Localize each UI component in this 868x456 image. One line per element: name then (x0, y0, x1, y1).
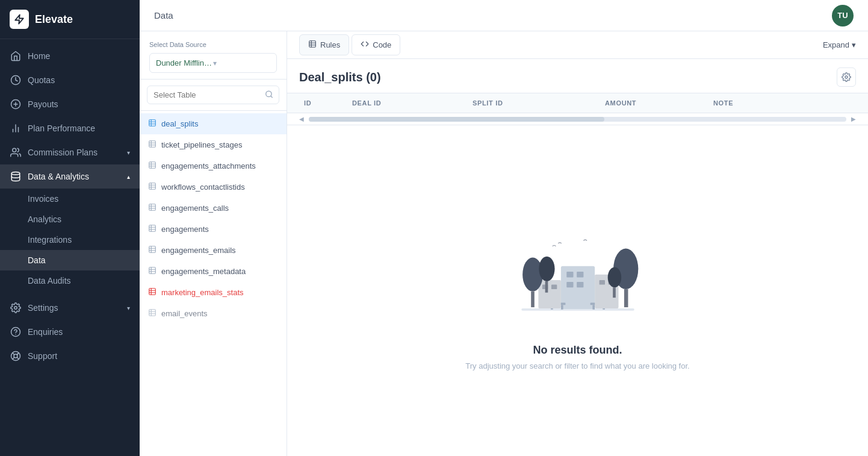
table-title: Deal_splits (0) (299, 70, 381, 84)
sidebar-item-home[interactable]: Home (0, 44, 140, 68)
sidebar-header: Elevate (0, 0, 140, 39)
svg-rect-38 (149, 204, 156, 211)
right-panel-tabs: Rules Code Expand ▾ (287, 31, 868, 59)
svg-point-91 (607, 267, 621, 287)
sidebar-item-payouts[interactable]: Payouts (0, 92, 140, 116)
col-header-note: NOTE (708, 93, 856, 113)
table-name: email_events (161, 309, 208, 318)
svg-point-9 (11, 172, 20, 175)
svg-rect-86 (531, 291, 535, 307)
svg-point-87 (539, 256, 554, 281)
chevron-down-icon: ▾ (213, 59, 270, 67)
sidebar-sub-analytics[interactable]: Analytics (0, 209, 140, 230)
rules-icon (308, 40, 317, 50)
table-icon (148, 203, 157, 213)
payouts-icon (10, 98, 22, 110)
data-table-columns: ID DEAL ID SPLIT ID AMOUNT NOTE (287, 93, 868, 113)
sidebar-item-enquiries[interactable]: Enquiries (0, 320, 140, 344)
expand-button[interactable]: Expand ▾ (823, 40, 856, 49)
svg-rect-75 (560, 305, 563, 310)
empty-state: No results found. Try adjusting your sea… (287, 125, 868, 456)
table-search-input[interactable] (147, 86, 279, 104)
svg-line-19 (13, 357, 14, 359)
sidebar-item-settings[interactable]: Settings ▾ (0, 296, 140, 320)
svg-line-18 (17, 353, 19, 355)
table-item-deal-splits[interactable]: deal_splits (140, 113, 287, 134)
scroll-right-arrow[interactable]: ▶ (851, 116, 856, 122)
table-icon (148, 140, 157, 150)
left-panel-header: Select Data Source Dunder Mifflin Paper … (140, 31, 287, 80)
datasource-label: Select Data Source (149, 41, 277, 48)
table-icon (148, 245, 157, 255)
sidebar-sub-integrations[interactable]: Integrations (0, 230, 140, 250)
tab-rules[interactable]: Rules (299, 34, 349, 55)
col-header-amount: AMOUNT (600, 93, 708, 113)
table-name: ticket_pipelines_stages (161, 140, 242, 149)
table-item-email-events[interactable]: email_events (140, 303, 287, 324)
svg-rect-34 (149, 183, 156, 190)
col-header-split-id: SPLIT ID (468, 93, 600, 113)
datasource-value: Dunder Mifflin Paper company Hubs... (156, 58, 213, 67)
datasource-select[interactable]: Dunder Mifflin Paper company Hubs... ▾ (149, 53, 277, 73)
sidebar-item-data-analytics[interactable]: Data & Analytics ▴ (0, 164, 140, 189)
svg-rect-58 (149, 310, 156, 316)
table-icon (148, 308, 157, 319)
svg-rect-72 (577, 281, 583, 287)
svg-rect-81 (551, 284, 556, 289)
svg-rect-79 (538, 280, 561, 308)
table-item-ticket-pipelines[interactable]: ticket_pipelines_stages (140, 134, 287, 155)
app-logo (10, 10, 29, 29)
sidebar-sub-label: Analytics (28, 214, 61, 224)
svg-rect-26 (149, 141, 156, 148)
sidebar-sub-label: Data (28, 255, 46, 265)
scroll-left-arrow[interactable]: ◀ (299, 116, 304, 122)
sidebar-sub-data-audits[interactable]: Data Audits (0, 270, 140, 291)
table-name: marketing_emails_stats (161, 288, 244, 297)
chevron-up-icon: ▴ (127, 173, 130, 180)
sidebar-sub-data[interactable]: Data (0, 250, 140, 270)
table-item-engagements-attachments[interactable]: engagements_attachments (140, 155, 287, 176)
table-icon (148, 287, 157, 298)
svg-line-16 (17, 357, 19, 359)
table-name: engagements (161, 225, 209, 234)
empty-illustration (488, 211, 668, 332)
table-icon (148, 224, 157, 234)
table-item-marketing-emails[interactable]: marketing_emails_stats (140, 282, 287, 303)
table-name: engagements_metadata (161, 267, 246, 276)
svg-line-15 (13, 353, 14, 355)
sidebar-nav: Home Quotas Payouts Plan Performance (0, 39, 140, 456)
sidebar-item-quotas[interactable]: Quotas (0, 68, 140, 92)
sidebar-item-label: Home (28, 51, 50, 61)
table-icon (148, 119, 157, 129)
tab-code[interactable]: Code (352, 34, 400, 55)
expand-label: Expand (823, 40, 849, 49)
table-item-workflows[interactable]: workflows_contactlistids (140, 176, 287, 198)
tab-label: Rules (320, 40, 340, 49)
table-item-engagements-metadata[interactable]: engagements_metadata (140, 261, 287, 282)
quotas-icon (10, 74, 22, 86)
table-settings-button[interactable] (837, 67, 856, 87)
svg-rect-90 (624, 289, 628, 307)
enquiries-icon (10, 326, 22, 338)
svg-rect-92 (613, 287, 616, 298)
sidebar-item-support[interactable]: Support (0, 344, 140, 368)
table-icon (148, 182, 157, 192)
sidebar-item-commission-plans[interactable]: Commission Plans ▾ (0, 140, 140, 164)
table-name: deal_splits (161, 119, 198, 128)
table-item-engagements-emails[interactable]: engagements_emails (140, 240, 287, 261)
svg-rect-50 (149, 267, 156, 274)
user-avatar[interactable]: TU (832, 5, 854, 27)
empty-state-title: No results found. (533, 344, 622, 357)
sidebar-sub-label: Integrations (28, 235, 72, 245)
table-name: workflows_contactlistids (161, 183, 245, 192)
search-icon (265, 90, 273, 100)
sidebar-item-plan-performance[interactable]: Plan Performance (0, 116, 140, 140)
sidebar-item-label: Data & Analytics (28, 172, 89, 181)
table-icon (148, 266, 157, 276)
sidebar-item-label: Payouts (28, 99, 58, 109)
right-panel: Rules Code Expand ▾ Deal_splits (0) (287, 31, 868, 456)
table-item-engagements[interactable]: engagements (140, 219, 287, 240)
col-header-id: ID (299, 93, 347, 113)
sidebar-sub-invoices[interactable]: Invoices (0, 189, 140, 209)
table-item-engagements-calls[interactable]: engagements_calls (140, 198, 287, 219)
